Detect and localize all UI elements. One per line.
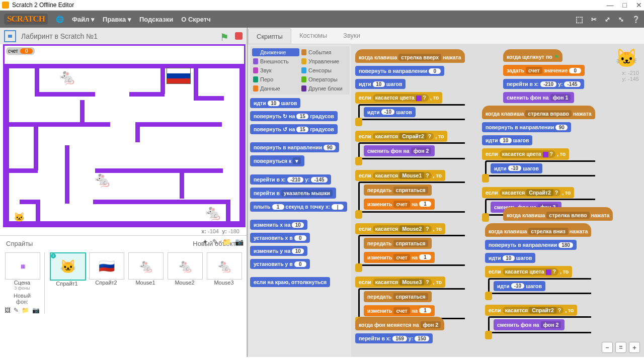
category-Управление[interactable]: Управление [300,57,348,65]
block-palette: ДвижениеСобытияВнешностьУправлениеЗвукСе… [248,44,352,293]
stage-mouse[interactable]: 🐁 [58,68,76,85]
category-События[interactable]: События [300,48,348,56]
current-sprite-icon: 🐱 [615,48,638,69]
menu-about[interactable]: О Скретч [181,16,211,23]
stage[interactable]: счет0 🐁 🐁 🐁 🐱 [3,44,246,227]
stage-header: Лабиринт в Scratch №1 ⚑ [0,28,247,44]
bg-upload-icon[interactable]: 📁 [22,307,29,314]
cut-tool-icon[interactable]: ✂ [591,16,597,23]
stamp-tool-icon[interactable]: ⬚ [576,15,583,24]
bg-camera-icon[interactable]: 📷 [32,307,40,314]
sprites-label: Спрайты [6,240,33,247]
sprite-thumbnail[interactable]: 🇷🇺Спрайт2 [89,252,123,314]
minimize-button[interactable]: — [607,1,614,9]
block-change-y[interactable]: изменить y на10 [250,246,307,256]
stage-flag-sprite[interactable] [167,68,191,84]
paint-sprite-icon[interactable]: ✎ [212,238,218,246]
stage-cat-sprite[interactable]: 🐱 [14,212,25,223]
script-stack[interactable]: когда клавишастрелка внизнажата повернут… [485,222,591,342]
menu-file[interactable]: Файл ▾ [72,16,95,23]
zoom-out-icon[interactable]: － [602,342,613,353]
editor-tabs: Скрипты Костюмы Звуки [248,28,644,44]
sprite-xy-readout: x: -210y: -145 [622,70,639,82]
camera-sprite-icon[interactable]: 📷 [235,238,244,246]
category-Данные[interactable]: Данные [252,84,299,93]
grow-tool-icon[interactable]: ⤢ [605,16,610,23]
script-stack[interactable]: когда щелкнут по ⚑ задатьсчетзначение0 п… [503,48,585,105]
upload-sprite-icon[interactable]: 📁 [222,238,231,246]
tab-scripts[interactable]: Скрипты [248,28,291,44]
stage-mouse[interactable]: 🐁 [204,204,222,221]
block-glide[interactable]: плыть1секунд в точку x:❘ [250,202,347,212]
menu-tips[interactable]: Подсказки [139,16,173,23]
help-icon[interactable]: ❔ [632,16,640,23]
category-Перо[interactable]: Перо [252,75,299,83]
stop-icon[interactable] [235,32,243,40]
bg-library-icon[interactable]: 🖼 [5,307,11,314]
block-set-y[interactable]: установить y в0 [250,259,310,269]
sprite-library-icon[interactable]: ✦ [202,238,208,246]
stage-coords: x: -104 y: -180 [0,227,247,235]
scripts-area[interactable]: 🐱 x: -210y: -145 когда клавишастрелка вв… [351,44,644,357]
category-Движение[interactable]: Движение [252,48,299,56]
block-set-x[interactable]: установить х в0 [250,233,310,243]
category-Другие блоки[interactable]: Другие блоки [300,84,348,93]
block-point-dir[interactable]: повернуть в направлении90 [250,142,339,152]
window-title: Scratch 2 Offline Editor [12,2,74,9]
sprite-thumbnail[interactable]: i🐱Спрайт1 [50,252,84,314]
bg-paint-icon[interactable]: ✎ [14,307,19,314]
sprite-thumbnail[interactable]: 🐁Mouse2 [168,252,202,314]
block-change-x[interactable]: изменить x на10 [250,220,307,230]
stage-mouse[interactable]: 🐁 [93,170,112,188]
script-stack[interactable]: когда клавишастрелка влевонажата [503,206,613,222]
block-turn-ccw[interactable]: повернуть ↺ на15градусов [250,124,338,134]
zoom-reset-icon[interactable]: = [615,342,626,353]
category-Внешность[interactable]: Внешность [252,57,299,65]
category-Сенсоры[interactable]: Сенсоры [300,66,348,74]
block-goto-xy[interactable]: перейти в x:-210y:-145 [250,174,331,185]
block-move[interactable]: идти10шагов [250,98,300,108]
menubar: SCRATCH 🌐 Файл ▾ Правка ▾ Подсказки О Ск… [0,11,644,28]
close-button[interactable]: ✕ [636,1,642,9]
script-stack[interactable]: когда фон меняется нафон 2 перейти в x:1… [355,315,444,345]
script-stack[interactable]: когда клавишастрелка вверхнажата поверну… [355,48,465,328]
fullscreen-icon[interactable] [4,30,16,42]
tab-sounds[interactable]: Звуки [335,28,368,44]
shrink-tool-icon[interactable]: ⤡ [618,16,624,23]
menu-edit[interactable]: Правка ▾ [103,16,131,23]
zoom-in-icon[interactable]: ＋ [629,342,640,353]
sprite-thumbnail[interactable]: 🐁Mouse1 [128,252,163,314]
score-monitor[interactable]: счет0 [6,47,35,55]
app-icon [2,2,9,9]
stage-thumbnail[interactable]: ▦ Сцена 3 фоны Новый фон: 🖼✎📁📷 [5,252,39,314]
zoom-controls: － = ＋ [602,342,640,353]
block-edge-bounce[interactable]: если на краю, оттолкнуться [250,277,330,287]
sprite-panel: СпрайтыНовый объект: ✦ ✎ 📁 📷 ▦ Сцена 3 ф… [0,235,247,338]
block-goto[interactable]: перейти вуказатель мышки [250,188,336,199]
category-Звук[interactable]: Звук [252,66,299,74]
green-flag-icon[interactable]: ⚑ [220,31,230,41]
category-Операторы[interactable]: Операторы [300,75,348,83]
sprite-thumbnail[interactable]: 🐁Mouse3 [207,252,241,314]
tab-costumes[interactable]: Костюмы [291,28,335,44]
block-point-to[interactable]: повернуться к▾ [250,155,304,166]
project-title[interactable]: Лабиринт в Scratch №1 [21,32,98,40]
globe-icon[interactable]: 🌐 [56,16,64,23]
window-titlebar: Scratch 2 Offline Editor — □ ✕ [0,0,644,11]
block-turn-cw[interactable]: повернуть ↻ на15градусов [250,111,338,121]
scratch-logo[interactable]: SCRATCH [4,14,48,25]
maximize-button[interactable]: □ [623,1,627,9]
